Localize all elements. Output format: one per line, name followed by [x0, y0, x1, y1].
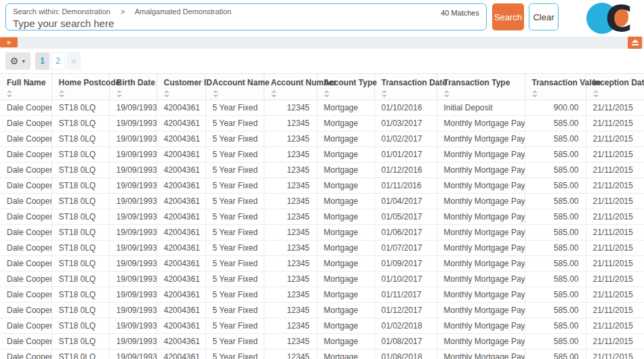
table-cell: Monthly Mortgage Payment — [437, 303, 525, 318]
table-cell: ST18 0LQ — [52, 116, 109, 131]
table-cell: 01/04/2017 — [374, 194, 437, 209]
table-row[interactable]: Dale CooperST18 0LQ19/09/1993420043615 Y… — [0, 256, 644, 272]
table-row[interactable]: Dale CooperST18 0LQ19/09/1993420043615 Y… — [0, 240, 644, 256]
table-row[interactable]: Dale CooperST18 0LQ19/09/1993420043615 Y… — [0, 178, 644, 194]
table-row[interactable]: Dale CooperST18 0LQ19/09/1993420043615 Y… — [0, 287, 644, 303]
pagination-item[interactable]: 2 — [51, 52, 65, 70]
table-cell: Monthly Mortgage Payment — [437, 147, 525, 163]
table-cell: Mortgage — [317, 100, 374, 116]
table-cell: 19/09/1993 — [109, 100, 157, 116]
sort-icon[interactable] — [382, 90, 387, 98]
breadcrumb-current[interactable]: Amalgamated Demonstration — [135, 7, 231, 16]
table-cell: Mortgage — [317, 240, 374, 256]
table-cell: 5 Year Fixed — [205, 240, 264, 256]
table-cell: Mortgage — [317, 209, 374, 225]
table-cell: Dale Cooper — [0, 116, 52, 131]
sort-icon[interactable] — [164, 90, 169, 98]
sort-icon[interactable] — [324, 90, 329, 98]
table-cell: 12345 — [264, 131, 317, 147]
table-cell: 5 Year Fixed — [205, 287, 264, 303]
table-cell: Dale Cooper — [0, 131, 52, 147]
table-cell: Mortgage — [317, 256, 374, 272]
column-header[interactable]: Transaction Type — [437, 74, 525, 100]
column-header[interactable]: Account Type — [317, 74, 374, 100]
table-row[interactable]: Dale CooperST18 0LQ19/09/1993420043615 Y… — [0, 334, 644, 350]
breadcrumb-root[interactable]: Demonstration — [62, 7, 110, 16]
column-header-label: Home Postcode — [59, 78, 102, 87]
table-cell: 12345 — [264, 209, 317, 225]
table-row[interactable]: Dale CooperST18 0LQ19/09/1993420043615 Y… — [0, 194, 644, 209]
collapse-up-button[interactable] — [628, 37, 642, 49]
table-row[interactable]: Dale CooperST18 0LQ19/09/1993420043615 Y… — [0, 163, 644, 178]
table-cell: Mortgage — [317, 178, 374, 194]
table-cell: 19/09/1993 — [109, 163, 157, 178]
search-input[interactable] — [9, 16, 388, 30]
table-row[interactable]: Dale CooperST18 0LQ19/09/1993420043615 Y… — [0, 116, 644, 131]
table-row[interactable]: Dale CooperST18 0LQ19/09/1993420043615 Y… — [0, 350, 644, 359]
table-cell: Monthly Mortgage Payment — [437, 209, 525, 225]
table-cell: 12345 — [264, 147, 317, 163]
sort-icon[interactable] — [213, 90, 218, 98]
search-button[interactable]: Search — [492, 3, 524, 30]
gear-icon: ⚙ — [10, 56, 19, 66]
table-cell: 585.00 — [525, 116, 586, 131]
clear-button[interactable]: Clear — [529, 3, 559, 30]
table-cell: Monthly Mortgage Payment — [437, 256, 525, 272]
sort-icon[interactable] — [271, 90, 277, 98]
expand-panel-button[interactable]: » — [0, 37, 18, 47]
table-cell: 585.00 — [525, 287, 586, 303]
table-cell: ST18 0LQ — [52, 334, 109, 350]
sort-icon[interactable] — [117, 90, 122, 98]
table-cell: 21/11/2015 — [586, 178, 644, 194]
table-row[interactable]: Dale CooperST18 0LQ19/09/1993420043615 Y… — [0, 272, 644, 287]
table-cell: Dale Cooper — [0, 209, 52, 225]
table-cell: 21/11/2015 — [586, 240, 644, 256]
table-cell: ST18 0LQ — [52, 194, 109, 209]
table-cell: 42004361 — [157, 163, 205, 178]
column-header[interactable]: Home Postcode — [52, 74, 109, 100]
sort-icon[interactable] — [593, 90, 599, 98]
table-cell: 5 Year Fixed — [205, 178, 264, 194]
sort-icon[interactable] — [444, 90, 449, 98]
column-header[interactable]: Account Name — [205, 74, 264, 100]
column-header[interactable]: Birth Date — [109, 74, 157, 100]
table-cell: 42004361 — [157, 287, 205, 303]
table-cell: Dale Cooper — [0, 256, 52, 272]
column-header[interactable]: Transaction Value — [525, 74, 586, 100]
column-header[interactable]: Full Name — [0, 74, 52, 100]
sort-icon[interactable] — [7, 90, 12, 98]
table-cell: ST18 0LQ — [52, 209, 109, 225]
sort-icon[interactable] — [532, 90, 538, 98]
table-cell: Monthly Mortgage Payment — [437, 116, 525, 131]
table-cell: Mortgage — [317, 287, 374, 303]
table-cell: 12345 — [264, 272, 317, 287]
pagination-item[interactable]: 1 — [35, 52, 49, 70]
table-cell: ST18 0LQ — [52, 256, 109, 272]
table-row[interactable]: Dale CooperST18 0LQ19/09/1993420043615 Y… — [0, 225, 644, 240]
pagination-item[interactable]: » — [66, 52, 81, 70]
column-header[interactable]: Account Number — [264, 74, 317, 100]
table-cell: ST18 0LQ — [52, 272, 109, 287]
table-row[interactable]: Dale CooperST18 0LQ19/09/1993420043615 Y… — [0, 318, 644, 334]
column-header[interactable]: Inception Date — [586, 74, 644, 100]
table-row[interactable]: Dale CooperST18 0LQ19/09/1993420043615 Y… — [0, 147, 644, 163]
table-cell: 12345 — [264, 194, 317, 209]
table-row[interactable]: Dale CooperST18 0LQ19/09/1993420043615 Y… — [0, 131, 644, 147]
table-cell: Monthly Mortgage Payment — [437, 240, 525, 256]
table-row[interactable]: Dale CooperST18 0LQ19/09/1993420043615 Y… — [0, 303, 644, 318]
table-cell: 585.00 — [525, 225, 586, 240]
column-header[interactable]: Customer ID — [157, 74, 205, 100]
table-cell: 19/09/1993 — [109, 225, 157, 240]
table-row[interactable]: Dale CooperST18 0LQ19/09/1993420043615 Y… — [0, 209, 644, 225]
table-cell: 42004361 — [157, 303, 205, 318]
table-row[interactable]: Dale CooperST18 0LQ19/09/1993420043615 Y… — [0, 100, 644, 116]
sort-icon[interactable] — [59, 90, 64, 98]
table-cell: Dale Cooper — [0, 225, 52, 240]
table-cell: 01/07/2017 — [374, 240, 437, 256]
table-cell: 42004361 — [157, 178, 205, 194]
settings-dropdown-button[interactable]: ⚙ ▼ — [5, 52, 31, 70]
table-cell: Dale Cooper — [0, 240, 52, 256]
svg-text:C: C — [605, 1, 632, 36]
column-header[interactable]: Transaction Date — [374, 74, 437, 100]
table-cell: Dale Cooper — [0, 303, 52, 318]
